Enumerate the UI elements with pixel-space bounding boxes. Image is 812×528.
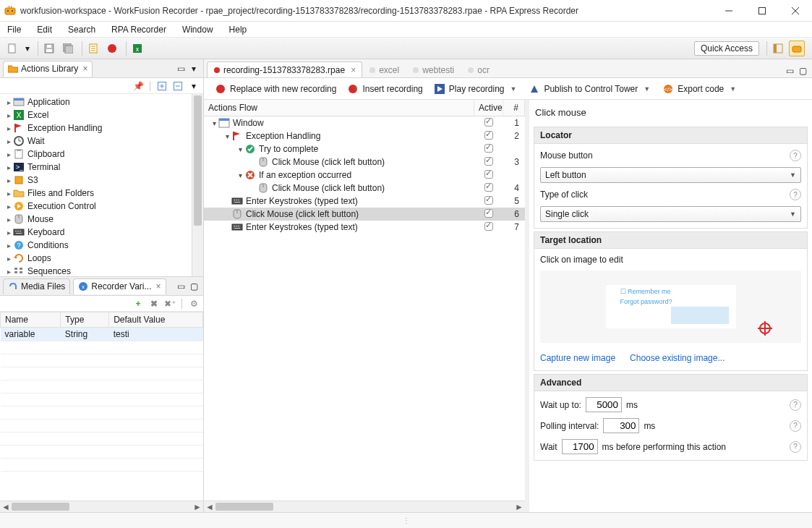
save-button[interactable] <box>41 41 57 56</box>
flow-col-name[interactable]: Actions Flow <box>204 100 474 116</box>
panel-menu-icon[interactable]: ▾ <box>187 62 200 75</box>
editor-tab[interactable]: ocr <box>461 61 496 77</box>
clear-vars-icon[interactable]: ✖⁺ <box>163 297 176 310</box>
actions-library-tab[interactable]: Actions Library × <box>3 61 93 77</box>
collapse-all-icon[interactable] <box>171 80 184 93</box>
actions-library-tree[interactable]: ▸Application▸XExcel▸Exception Handling▸W… <box>0 94 203 276</box>
vars-table[interactable]: Name Type Default Value variableStringte… <box>0 312 203 501</box>
dropdown-icon[interactable]: ▼ <box>728 85 738 93</box>
recorder-vars-tab[interactable]: x Recorder Vari... × <box>73 278 166 294</box>
expand-icon[interactable]: ▸ <box>4 163 13 171</box>
flow-row-active[interactable] <box>474 183 503 194</box>
close-button[interactable] <box>779 0 812 22</box>
dropdown-icon[interactable]: ▼ <box>509 85 518 93</box>
flow-row[interactable]: Click Mouse (click left button)4 <box>204 182 525 195</box>
scrollbar[interactable] <box>192 94 203 276</box>
vars-col-default[interactable]: Default Value <box>109 312 203 328</box>
export-code-button[interactable]: </> Export code ▼ <box>659 82 742 95</box>
polling-input[interactable] <box>603 418 639 433</box>
perspective-button-1[interactable] <box>770 41 786 56</box>
help-icon[interactable]: ? <box>790 420 801 432</box>
expand-icon[interactable]: ▸ <box>4 111 13 119</box>
type-click-select[interactable]: Single click ▼ <box>540 206 801 222</box>
minimize-panel-icon[interactable]: ▭ <box>174 280 187 293</box>
library-item-loops[interactable]: ▸Loops <box>1 252 203 265</box>
expand-icon[interactable]: ▾ <box>236 145 244 153</box>
flow-row[interactable]: Click Mouse (click left button)3 <box>204 156 525 169</box>
menu-edit[interactable]: Edit <box>34 23 55 36</box>
menu-file[interactable]: File <box>4 23 24 36</box>
expand-icon[interactable]: ▸ <box>4 190 13 197</box>
target-image-preview[interactable]: ☐ Remember me Forgot password? <box>540 271 801 343</box>
flow-row-active[interactable] <box>474 157 503 168</box>
expand-icon[interactable]: ▸ <box>4 137 13 145</box>
expand-icon[interactable]: ▸ <box>4 98 13 106</box>
wait-up-input[interactable] <box>586 397 622 412</box>
expand-icon[interactable]: ▸ <box>4 203 13 210</box>
editor-tab[interactable]: recording-1513783378283.rpae× <box>207 61 362 77</box>
excel-export-button[interactable]: x <box>129 41 145 56</box>
quick-access-button[interactable]: Quick Access <box>694 41 759 56</box>
expand-icon[interactable]: ▸ <box>4 216 13 223</box>
expand-icon[interactable]: ▸ <box>4 150 13 158</box>
vars-col-name[interactable]: Name <box>1 312 61 328</box>
menu-window[interactable]: Window <box>179 23 216 36</box>
expand-icon[interactable]: ▸ <box>4 268 13 276</box>
flow-row-active[interactable] <box>474 209 503 220</box>
replace-recording-button[interactable]: Replace with new recording <box>211 82 341 95</box>
help-icon[interactable]: ? <box>790 189 801 200</box>
mouse-button-select[interactable]: Left button ▼ <box>540 167 801 183</box>
record-button[interactable] <box>104 41 120 56</box>
expand-icon[interactable]: ▸ <box>4 255 13 263</box>
minimize-editor-icon[interactable]: ▭ <box>783 64 796 77</box>
expand-icon[interactable]: ▸ <box>4 124 13 132</box>
expand-icon[interactable]: ▸ <box>4 229 13 237</box>
expand-icon[interactable]: ▾ <box>223 132 231 140</box>
perspective-button-2[interactable] <box>789 41 805 56</box>
menu-help[interactable]: Help <box>226 23 250 36</box>
script-button[interactable] <box>85 41 101 56</box>
dropdown-icon[interactable]: ▼ <box>642 85 651 93</box>
flow-col-num[interactable]: # <box>503 100 525 116</box>
maximize-panel-icon[interactable]: ▢ <box>187 280 200 293</box>
editor-tab[interactable]: excel <box>362 61 406 77</box>
new-button[interactable] <box>4 41 20 56</box>
flow-row[interactable]: Click Mouse (click left button)6 <box>204 208 525 221</box>
flow-row-active[interactable] <box>474 196 503 207</box>
h-scrollbar[interactable]: ◄► <box>0 501 203 512</box>
close-icon[interactable]: × <box>156 281 161 291</box>
expand-icon[interactable]: ▾ <box>210 119 218 127</box>
wait-before-input[interactable] <box>562 439 598 454</box>
library-item-keyboard[interactable]: ▸Keyboard <box>1 226 203 239</box>
library-item-execution-control[interactable]: ▸Execution Control <box>1 200 203 213</box>
h-scrollbar[interactable]: ◄► <box>204 501 525 512</box>
flow-row[interactable]: ▾Exception Handling2 <box>204 129 525 142</box>
help-icon[interactable]: ? <box>790 441 801 453</box>
vars-settings-icon[interactable]: ⚙ <box>187 297 200 310</box>
flow-row[interactable]: Enter Keystrokes (typed text)5 <box>204 195 525 208</box>
library-item-exception-handling[interactable]: ▸Exception Handling <box>1 122 203 135</box>
maximize-editor-icon[interactable]: ▢ <box>796 64 809 77</box>
library-item-wait[interactable]: ▸Wait <box>1 135 203 148</box>
library-item-application[interactable]: ▸Application <box>1 95 203 108</box>
flow-tree[interactable]: ▾Window1▾Exception Handling2▾Try to comp… <box>204 116 525 501</box>
vars-col-type[interactable]: Type <box>61 312 109 328</box>
play-recording-button[interactable]: Play recording ▼ <box>430 82 523 95</box>
publish-button[interactable]: Publish to Control Tower ▼ <box>525 82 656 95</box>
help-icon[interactable]: ? <box>790 150 801 161</box>
minimize-panel-icon[interactable]: ▭ <box>174 62 187 75</box>
save-all-button[interactable] <box>60 41 76 56</box>
expand-icon[interactable]: ▾ <box>236 171 244 179</box>
library-item-sequences[interactable]: ▸Sequences <box>1 265 203 276</box>
maximize-button[interactable] <box>745 0 779 22</box>
flow-row-active[interactable] <box>474 170 503 181</box>
library-item-clipboard[interactable]: ▸Clipboard <box>1 148 203 161</box>
expand-icon[interactable]: ▸ <box>4 242 13 250</box>
minimize-button[interactable] <box>712 0 745 22</box>
library-item-conditions[interactable]: ▸?Conditions <box>1 239 203 252</box>
flow-row-active[interactable] <box>474 131 503 142</box>
expand-icon[interactable]: ▸ <box>4 176 13 184</box>
close-icon[interactable]: × <box>82 64 87 74</box>
flow-row[interactable]: ▾If an exception occurred <box>204 169 525 182</box>
flow-row-active[interactable] <box>474 118 503 129</box>
